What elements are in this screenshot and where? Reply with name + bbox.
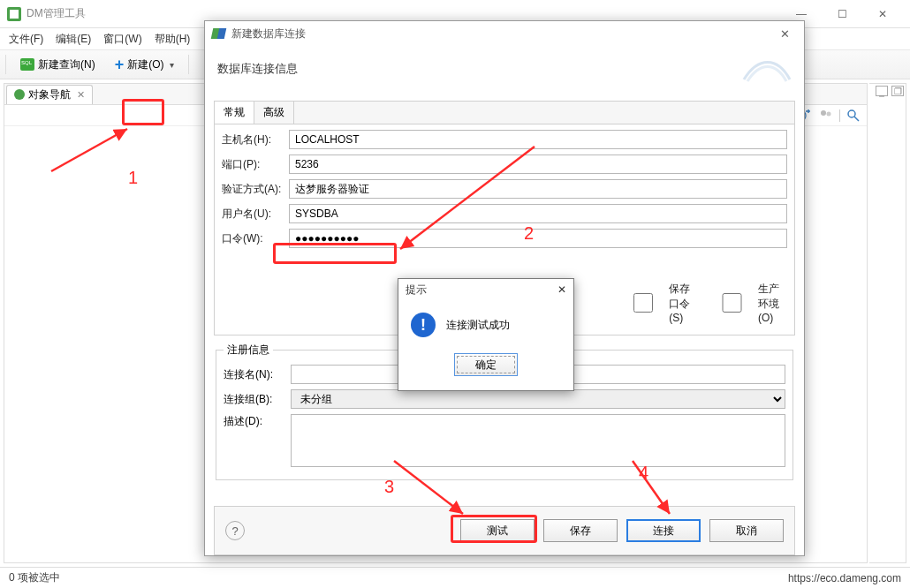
plus-icon: + xyxy=(115,57,125,72)
tab-advanced[interactable]: 高级 xyxy=(254,102,294,124)
prod-env-checkbox[interactable]: 生产环境(O) xyxy=(709,282,787,324)
tab-general[interactable]: 常规 xyxy=(215,102,254,124)
message-ok-button[interactable]: 确定 xyxy=(454,353,518,376)
message-title: 提示 xyxy=(406,283,427,298)
app-title: DM管理工具 xyxy=(27,6,781,21)
password-label: 口令(W): xyxy=(222,231,289,246)
conn-desc-textarea[interactable] xyxy=(291,414,785,467)
save-password-checkbox[interactable]: 保存口令(S) xyxy=(620,282,698,324)
host-input[interactable]: LOCALHOST xyxy=(289,130,787,149)
auth-select[interactable]: 达梦服务器验证 xyxy=(289,179,787,199)
port-label: 端口(P): xyxy=(222,157,289,172)
decorative-swirl-icon xyxy=(742,55,792,83)
dialog-close-button[interactable]: ✕ xyxy=(772,23,797,44)
user-label: 用户名(U): xyxy=(222,207,289,222)
test-button[interactable]: 测试 xyxy=(460,519,535,542)
app-icon xyxy=(7,7,21,21)
new-query-button[interactable]: 新建查询(N) xyxy=(15,56,101,74)
dialog-icon xyxy=(212,26,226,41)
status-text: 0 项被选中 xyxy=(9,570,60,585)
help-button[interactable]: ? xyxy=(225,521,245,540)
menu-edit[interactable]: 编辑(E) xyxy=(56,32,91,47)
conn-desc-label: 描述(D): xyxy=(224,414,291,429)
message-close-button[interactable]: ✕ xyxy=(557,283,566,296)
svg-line-4 xyxy=(854,117,859,121)
status-bar: 0 项被选中 https://eco.dameng.com xyxy=(0,567,910,588)
restore-pane-icon[interactable]: ❐ xyxy=(891,86,904,96)
conn-group-select[interactable]: 未分组 xyxy=(291,389,785,409)
svg-point-3 xyxy=(848,110,855,117)
port-input[interactable] xyxy=(289,155,787,174)
connect-button[interactable]: 连接 xyxy=(626,519,701,542)
auth-label: 验证方式(A): xyxy=(222,182,289,197)
dialog-title: 新建数据库连接 xyxy=(231,26,772,41)
chevron-down-icon: ▾ xyxy=(170,60,174,70)
close-icon[interactable]: ✕ xyxy=(77,89,85,101)
info-icon: ! xyxy=(411,313,436,337)
host-label: 主机名(H): xyxy=(222,132,289,147)
conn-name-label: 连接名(N): xyxy=(224,367,291,382)
menu-help[interactable]: 帮助(H) xyxy=(155,32,191,47)
maximize-button[interactable]: ☐ xyxy=(822,0,862,28)
menu-window[interactable]: 窗口(W) xyxy=(103,32,141,47)
leaf-icon xyxy=(14,89,25,100)
svg-point-1 xyxy=(821,110,826,116)
svg-point-2 xyxy=(827,111,831,116)
close-button[interactable]: ✕ xyxy=(862,0,903,28)
user-input[interactable] xyxy=(289,204,787,223)
new-item-button[interactable]: + 新建(O) ▾ xyxy=(110,55,179,74)
conn-group-label: 连接组(B): xyxy=(224,392,291,407)
minimize-pane-icon[interactable]: ‗ xyxy=(876,86,888,96)
message-dialog: 提示 ✕ ! 连接测试成功 确定 xyxy=(398,278,574,391)
register-legend: 注册信息 xyxy=(224,343,273,358)
dialog-header-text: 数据库连接信息 xyxy=(217,61,298,77)
tab-object-nav[interactable]: 对象导航 ✕ xyxy=(6,85,93,104)
message-text: 连接测试成功 xyxy=(446,318,510,333)
sql-icon xyxy=(20,58,34,71)
save-button[interactable]: 保存 xyxy=(543,519,618,542)
password-input[interactable] xyxy=(289,229,787,248)
cancel-button[interactable]: 取消 xyxy=(709,519,784,542)
users-icon[interactable] xyxy=(818,108,834,124)
menu-file[interactable]: 文件(F) xyxy=(9,32,43,47)
status-link[interactable]: https://eco.dameng.com xyxy=(788,572,901,584)
search-icon[interactable] xyxy=(846,108,861,124)
right-pane-gutter: ‗ ❐ xyxy=(869,83,906,563)
